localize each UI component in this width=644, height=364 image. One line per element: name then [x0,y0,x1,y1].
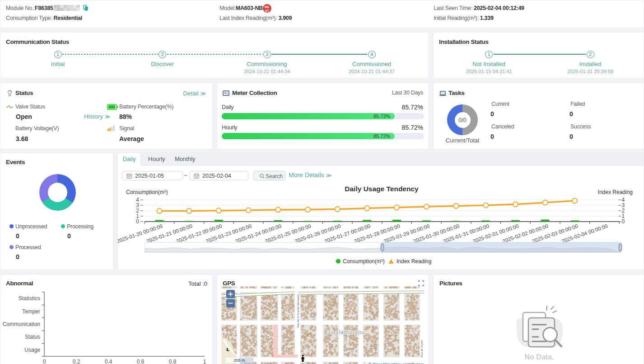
svg-text:0: 0 [43,359,46,364]
svg-text:© OpenStreetMap contributors: © OpenStreetMap contributors [369,362,424,364]
svg-text:Status: Status [25,334,40,340]
svg-text:Usage: Usage [24,347,40,353]
svg-text:0: 0 [622,218,625,225]
svg-text:2025-01-20 00:00:00: 2025-01-20 00:00:00 [118,223,163,244]
svg-text:Dioulabougou: Dioulabougou [326,329,365,336]
svg-text:Rue de la Grande Mosquée: Rue de la Grande Mosquée [297,294,299,327]
svg-text:0.8: 0.8 [169,359,177,364]
svg-text:Index Reading: Index Reading [598,189,633,195]
svg-text:Statistics: Statistics [19,295,40,302]
svg-text:Daily Usage Tendency: Daily Usage Tendency [345,185,419,193]
svg-text:0.6: 0.6 [137,359,145,364]
svg-text:1: 1 [203,359,206,364]
svg-text:0.4: 0.4 [105,359,112,364]
svg-text:200 m: 200 m [233,358,245,363]
svg-text:Index Reading: Index Reading [397,258,431,265]
svg-text:Temper: Temper [22,308,40,315]
svg-text:0: 0 [136,218,139,225]
svg-text:Consumption(m³): Consumption(m³) [126,189,168,195]
svg-text:Communication: Communication [3,321,40,327]
svg-text:Rue de Sopim: Rue de Sopim [420,340,423,357]
svg-text:0.2: 0.2 [73,359,80,364]
svg-text:Consumption(m³): Consumption(m³) [343,258,385,265]
